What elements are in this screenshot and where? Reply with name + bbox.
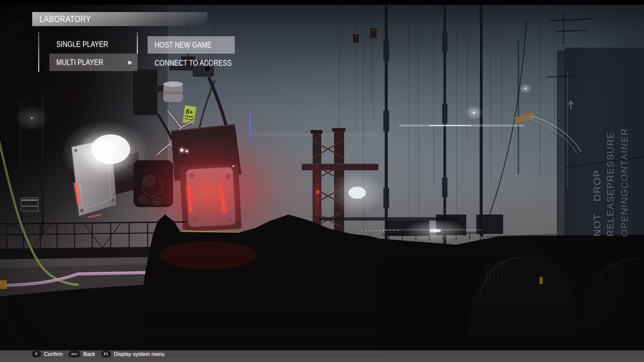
submenu-item-label: HOST NEW GAME xyxy=(155,41,212,50)
key-f1-icon: F1 xyxy=(101,351,111,357)
menu-item-multi-player[interactable]: MULTI PLAYER ▶ xyxy=(49,54,138,71)
key-esc-icon: ESC xyxy=(69,351,80,357)
tank-word: RELEASE xyxy=(605,189,616,237)
hint-action-label: Display system menu xyxy=(114,351,165,357)
submenu-item-label: CONNECT TO ADDRESS xyxy=(155,59,232,68)
submenu-arrow-icon: ▶ xyxy=(128,59,132,65)
footer-band: F Confirm ESC Back F1 Display system men… xyxy=(0,350,644,358)
tank-label-col-3: OPENING CONTAINER xyxy=(618,129,631,237)
menu-item-label: SINGLE PLAYER xyxy=(56,40,108,49)
tank-word: NOT xyxy=(591,214,603,237)
menu-item-label: MULTI PLAYER xyxy=(56,58,103,67)
letterbox-top xyxy=(0,0,644,5)
robot-cylinder xyxy=(163,81,183,102)
submenu-item-connect-to-address[interactable]: CONNECT TO ADDRESS xyxy=(148,54,235,72)
menu-left-rule xyxy=(38,35,39,72)
robot-mesh-panel xyxy=(133,70,157,115)
tank-word: DROP xyxy=(591,170,603,201)
page-title: LABORATORY xyxy=(40,14,91,24)
light-points xyxy=(329,83,532,215)
hint-back: ESC Back xyxy=(69,351,95,357)
hanging-lamp-boxes xyxy=(353,5,376,127)
hint-system-menu: F1 Display system menu xyxy=(101,351,165,357)
foreground-silhouettes xyxy=(0,215,644,362)
tank-word: PRESSURE xyxy=(605,132,616,189)
submenu-item-host-new-game[interactable]: HOST NEW GAME xyxy=(148,36,235,54)
tank-label-col-2: RELEASE PRESSURE xyxy=(604,134,617,237)
hint-confirm: F Confirm xyxy=(32,351,63,357)
footer-hint-bar: F Confirm ESC Back F1 Display system men… xyxy=(0,350,644,362)
hint-action-label: Confirm xyxy=(44,351,63,357)
game-screen: 8+ xyxy=(0,0,644,362)
tank-word: CONTAINER xyxy=(619,128,630,189)
menu-item-single-player[interactable]: SINGLE PLAYER xyxy=(49,36,138,53)
tank-word: OPENING xyxy=(619,189,630,237)
footer-bottom-strip xyxy=(0,358,644,362)
tank-label-col-1: NOT DROP xyxy=(590,170,604,237)
key-f-icon: F xyxy=(32,351,41,357)
page-title-bar: LABORATORY xyxy=(32,12,207,26)
hint-action-label: Back xyxy=(83,351,95,357)
